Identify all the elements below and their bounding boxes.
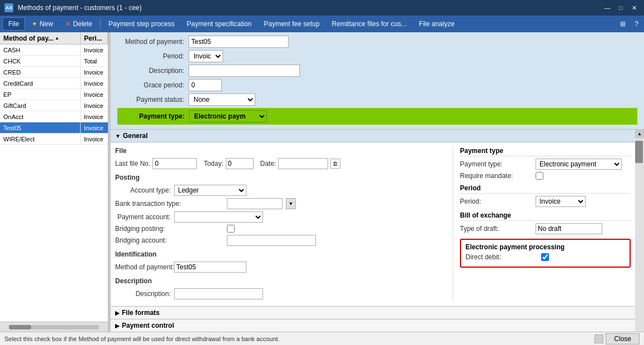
payment-status-select[interactable]: None Approved xyxy=(189,93,255,106)
delete-icon: ✕ xyxy=(65,20,71,28)
list-item[interactable]: CRED Invoice xyxy=(0,67,108,78)
method-cell: WIRE/Elect xyxy=(0,134,81,144)
menu-right: ⊞ ? xyxy=(617,18,642,30)
grace-period-input[interactable] xyxy=(189,79,222,91)
require-mandate-label: Require mandate: xyxy=(460,172,532,180)
last-file-no-field: Last file No. xyxy=(115,158,197,169)
list-item[interactable]: WIRE/Elect Invoice xyxy=(0,134,108,145)
vertical-scrollbar[interactable]: ▲ ▼ xyxy=(635,129,644,332)
list-item[interactable]: EP Invoice xyxy=(0,89,108,100)
left-panel-hscroll[interactable] xyxy=(0,322,108,332)
date-input[interactable] xyxy=(278,158,328,169)
type-of-draft-input[interactable] xyxy=(536,223,602,234)
description-detail-input[interactable] xyxy=(174,288,263,299)
method-cell: GiftCard xyxy=(0,100,81,111)
posting-subsection-title: Posting xyxy=(115,174,446,181)
payment-type-section-title: Payment type xyxy=(460,147,631,156)
detail-main: ▼ General File Last file No. xyxy=(111,129,635,332)
help-icon[interactable]: ? xyxy=(631,18,642,30)
period-cell: Invoice xyxy=(81,134,108,144)
bridging-account-input[interactable] xyxy=(227,235,316,246)
window-controls: — □ ✕ xyxy=(602,3,640,12)
left-panel: Method of pay... ▲ Peri... CASH Invoice … xyxy=(0,32,108,332)
payment-control-section[interactable]: ▶ Payment control xyxy=(111,319,635,332)
last-file-no-input[interactable] xyxy=(152,158,197,169)
method-cell: CreditCard xyxy=(0,78,81,88)
account-type-label: Account type: xyxy=(115,186,171,194)
period-select[interactable]: Invoic Total xyxy=(189,50,223,62)
payment-account-select[interactable] xyxy=(174,211,263,223)
payment-specification-menu[interactable]: Payment specification xyxy=(181,18,257,30)
period-column-header[interactable]: Peri... xyxy=(81,32,108,44)
close-button[interactable]: Close xyxy=(606,333,640,344)
require-mandate-checkbox[interactable] xyxy=(536,172,543,180)
calendar-icon[interactable]: 🗓 xyxy=(330,159,340,169)
sort-arrow-icon: ▲ xyxy=(55,36,59,41)
bridging-posting-label: Bridging posting: xyxy=(115,225,224,233)
description-input[interactable] xyxy=(189,65,300,77)
period-label: Period: xyxy=(117,52,184,60)
payment-fee-setup-menu[interactable]: Payment fee setup xyxy=(259,18,325,30)
minimize-button[interactable]: — xyxy=(602,3,613,12)
file-analyze-menu[interactable]: File analyze xyxy=(413,18,460,30)
file-formats-section[interactable]: ▶ File formats xyxy=(111,306,635,319)
epp-title: Electronic payment processing xyxy=(465,243,625,251)
require-mandate-row: Require mandate: xyxy=(460,172,631,180)
date-field: Date: 🗓 xyxy=(260,158,341,169)
scroll-up-button[interactable]: ▲ xyxy=(635,129,644,138)
bank-transaction-type-input[interactable] xyxy=(227,198,283,209)
bridging-posting-checkbox[interactable] xyxy=(227,225,235,233)
identification-method-label: Method of payment: xyxy=(115,263,171,271)
list-item[interactable]: GiftCard Invoice xyxy=(0,100,108,111)
scroll-thumb[interactable] xyxy=(635,141,643,163)
maximize-button[interactable]: □ xyxy=(615,3,626,12)
method-column-header[interactable]: Method of pay... ▲ xyxy=(0,32,81,44)
account-type-row: Account type: Ledger Bank xyxy=(115,185,446,196)
list-item-selected[interactable]: Test05 Invoice xyxy=(0,122,108,134)
direct-debit-checkbox[interactable] xyxy=(541,253,549,261)
grace-period-label: Grace period: xyxy=(117,81,184,89)
type-of-draft-row: Type of draft: xyxy=(460,223,631,234)
right-period-label: Period: xyxy=(460,198,532,205)
payment-type-select[interactable]: Electronic paym Other xyxy=(189,110,267,122)
today-input[interactable] xyxy=(226,158,254,169)
method-of-payment-label: Method of payment: xyxy=(117,38,184,46)
status-text: Select this check box if the Method of p… xyxy=(4,336,595,342)
view-icon[interactable]: ⊞ xyxy=(617,18,629,30)
payment-type-label: Payment type: xyxy=(121,112,185,120)
right-period-select[interactable]: Invoice Total xyxy=(536,196,586,207)
method-cell: CHCK xyxy=(0,56,81,66)
general-section-header[interactable]: ▼ General xyxy=(111,130,635,142)
method-of-payment-input[interactable] xyxy=(189,36,289,48)
right-payment-type-label: Payment type: xyxy=(460,160,532,168)
menu-bar: File ✦ New ✕ Delete Payment step process… xyxy=(0,16,644,32)
description-row: Description: xyxy=(117,65,637,77)
list-item[interactable]: CASH Invoice xyxy=(0,45,108,56)
today-field: Today: xyxy=(204,158,253,169)
new-button[interactable]: ✦ New xyxy=(26,18,58,30)
bridging-posting-row: Bridging posting: xyxy=(115,225,446,233)
title-bar: AX Methods of payment - customers (1 - c… xyxy=(0,0,644,16)
scroll-track xyxy=(635,138,644,332)
payment-step-process-menu[interactable]: Payment step process xyxy=(103,18,180,30)
bill-of-exchange-title: Bill of exchange xyxy=(460,211,631,221)
bank-transaction-lookup-button[interactable]: ▼ xyxy=(286,198,296,209)
right-payment-type-select[interactable]: Electronic payment Other xyxy=(536,159,622,170)
list-item[interactable]: CreditCard Invoice xyxy=(0,78,108,89)
account-type-select[interactable]: Ledger Bank xyxy=(174,185,246,196)
list-item[interactable]: OnAcct Invoice xyxy=(0,111,108,122)
payment-status-label: Payment status: xyxy=(117,96,184,103)
file-menu[interactable]: File xyxy=(2,17,25,31)
remittance-files-menu[interactable]: Remittance files for cus... xyxy=(326,18,413,30)
right-payment-type-row: Payment type: Electronic payment Other xyxy=(460,159,631,170)
delete-button[interactable]: ✕ Delete xyxy=(60,18,98,30)
right-panel: Method of payment: Period: Invoic Total … xyxy=(111,32,644,332)
list-item[interactable]: CHCK Total xyxy=(0,56,108,67)
period-cell: Invoice xyxy=(81,89,108,100)
file-formats-label: File formats xyxy=(122,309,160,317)
bridging-account-row: Bridging account: xyxy=(115,235,446,246)
identification-method-input[interactable] xyxy=(174,262,246,273)
general-section-title: General xyxy=(123,132,148,140)
close-button[interactable]: ✕ xyxy=(628,3,640,12)
form-header: Method of payment: Period: Invoic Total … xyxy=(111,32,644,129)
